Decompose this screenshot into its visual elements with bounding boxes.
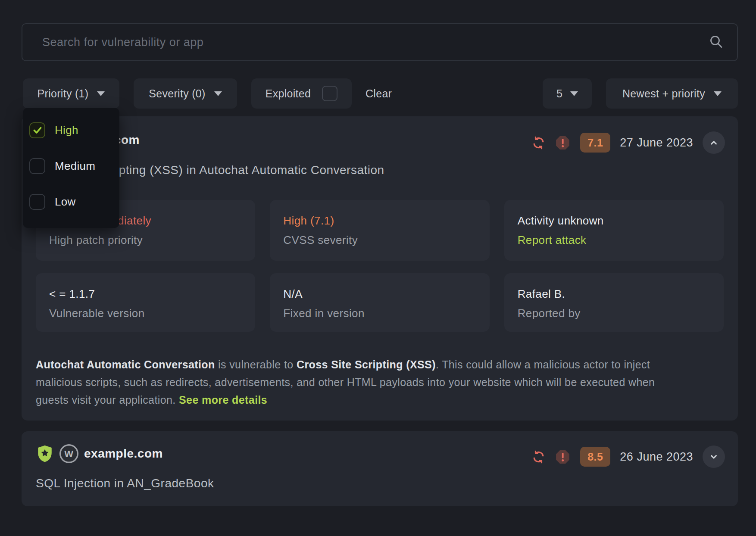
priority-option-label: High (55, 124, 78, 137)
sort-select[interactable]: Newest + priority (606, 78, 738, 109)
severity-filter-button[interactable]: Severity (0) (134, 78, 237, 109)
checkmark-icon (32, 125, 43, 136)
checkbox-unchecked[interactable] (29, 194, 45, 210)
exploited-warning-icon (555, 135, 571, 151)
chevron-up-icon (708, 137, 719, 148)
clear-filters-link[interactable]: Clear (366, 78, 392, 109)
exploited-checkbox[interactable] (322, 86, 337, 101)
stat-reported-by: Rafael B. Reported by (504, 273, 724, 332)
priority-option-medium[interactable]: Medium (23, 151, 119, 181)
priority-filter-button[interactable]: Priority (1) (23, 78, 119, 109)
stat-value: High (7.1) (283, 214, 476, 227)
stat-value: Rafael B. (518, 287, 711, 301)
page-size-value: 5 (556, 87, 562, 100)
clear-filters-label: Clear (366, 87, 392, 100)
vulnerability-card: W example.com 7.1 27 June 2023 Cross Sit (22, 116, 738, 421)
vulnerability-stats-grid: Update immediately High patch priority H… (36, 200, 724, 332)
auto-update-icon (532, 136, 545, 150)
search-icon (708, 34, 725, 51)
vulnerability-title: SQL Injection in AN_GradeBook (36, 477, 214, 490)
search-bar (22, 23, 738, 61)
card-meta-row: 7.1 27 June 2023 (532, 131, 725, 154)
chevron-down-icon (214, 91, 222, 96)
exploited-filter-label: Exploited (266, 87, 311, 100)
priority-dropdown-menu: High Medium Low (23, 108, 119, 228)
description-app-name: Autochat Automatic Conversation (36, 358, 215, 371)
priority-filter-label: Priority (1) (37, 87, 89, 100)
page-size-select[interactable]: 5 (543, 78, 592, 109)
chevron-down-icon (714, 91, 722, 96)
site-name: example.com (84, 447, 163, 461)
collapse-card-button[interactable] (703, 131, 725, 154)
cvss-score-badge: 8.5 (580, 447, 610, 467)
priority-option-label: Low (55, 195, 76, 209)
chevron-down-icon (97, 91, 105, 96)
vulnerability-description: Autochat Automatic Conversation is vulne… (36, 356, 678, 409)
stat-label: High patch priority (49, 234, 242, 247)
card-meta-row: 8.5 26 June 2023 (532, 446, 725, 468)
checkbox-checked[interactable] (29, 122, 45, 138)
see-more-details-link[interactable]: See more details (179, 394, 267, 406)
stat-vulnerable-version: < = 1.1.7 Vulnerable version (36, 273, 255, 332)
stat-value: < = 1.1.7 (49, 287, 242, 301)
svg-text:W: W (64, 449, 73, 459)
cvss-score-badge: 7.1 (580, 133, 610, 153)
search-input[interactable] (41, 35, 708, 50)
description-text: is vulnerable to (215, 358, 297, 371)
stat-label: Reported by (518, 307, 711, 320)
protected-shield-icon (36, 445, 54, 463)
stat-fixed-version: N/A Fixed in version (270, 273, 489, 332)
description-vuln-type: Cross Site Scripting (XSS) (297, 358, 436, 371)
site-row: W example.com (36, 443, 163, 464)
stat-cvss-severity: High (7.1) CVSS severity (270, 200, 489, 261)
stat-value: N/A (283, 287, 476, 301)
vulnerability-date: 26 June 2023 (620, 450, 693, 464)
vulnerability-dashboard: Priority (1) Severity (0) Exploited Clea… (0, 0, 756, 536)
stat-label: CVSS severity (283, 234, 476, 247)
stat-label: Vulnerable version (49, 307, 242, 320)
severity-filter-label: Severity (0) (149, 87, 205, 100)
exploited-warning-icon (555, 449, 571, 465)
stat-activity: Activity unknown Report attack (504, 200, 724, 261)
chevron-down-icon (570, 91, 578, 96)
sort-value: Newest + priority (622, 87, 705, 100)
stat-label: Fixed in version (283, 307, 476, 320)
auto-update-icon (532, 450, 545, 464)
chevron-down-icon (708, 451, 719, 462)
exploited-filter-button[interactable]: Exploited (251, 78, 352, 109)
priority-option-high[interactable]: High (23, 115, 119, 145)
stat-value: Activity unknown (518, 214, 711, 227)
expand-card-button[interactable] (703, 446, 725, 468)
vulnerability-date: 27 June 2023 (620, 136, 693, 150)
priority-option-label: Medium (55, 159, 95, 173)
vulnerability-card: W example.com 8.5 26 June 2023 SQL Injec (22, 431, 738, 506)
wordpress-icon: W (59, 444, 79, 464)
report-attack-link[interactable]: Report attack (518, 234, 711, 247)
checkbox-unchecked[interactable] (29, 158, 45, 174)
priority-option-low[interactable]: Low (23, 187, 119, 217)
